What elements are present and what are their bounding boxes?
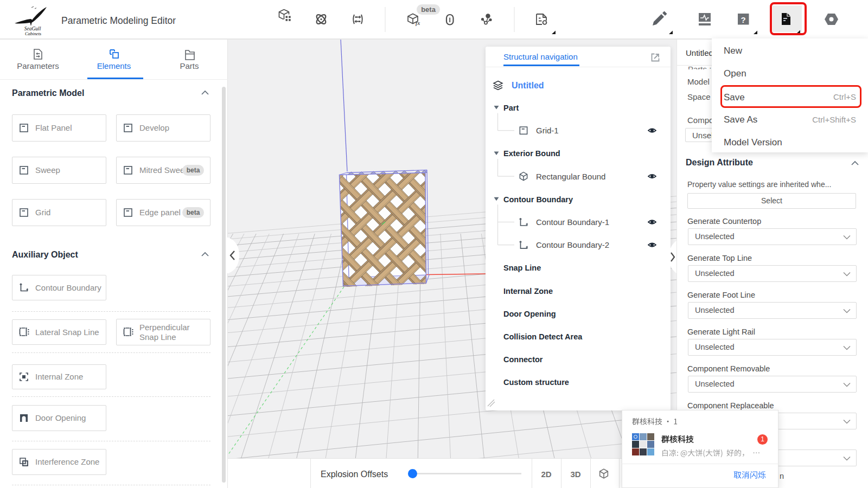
svg-text:Untitled: Untitled bbox=[512, 81, 544, 90]
svg-text:Rectangular Bound: Rectangular Bound bbox=[536, 172, 605, 181]
svg-text:Internal Zone: Internal Zone bbox=[503, 287, 553, 296]
svg-text:Collision Detect Area: Collision Detect Area bbox=[503, 332, 583, 341]
svg-text:?: ? bbox=[741, 15, 745, 24]
svg-text:Parameters: Parameters bbox=[17, 61, 59, 70]
svg-text:Connector: Connector bbox=[503, 355, 543, 364]
svg-text:Part: Part bbox=[503, 104, 519, 112]
svg-text:Contour Boundary: Contour Boundary bbox=[503, 195, 573, 204]
svg-text:Parts: Parts bbox=[180, 61, 199, 70]
svg-text:Custom structure: Custom structure bbox=[503, 378, 569, 387]
svg-text:Elements: Elements bbox=[97, 61, 131, 70]
svg-text:Contour Boundary-2: Contour Boundary-2 bbox=[536, 240, 609, 249]
svg-text:Door Opening: Door Opening bbox=[503, 310, 556, 318]
svg-text:Explosion Offsets: Explosion Offsets bbox=[321, 470, 388, 479]
svg-text:Snap Line: Snap Line bbox=[503, 264, 541, 272]
svg-text:Grid-1: Grid-1 bbox=[536, 126, 559, 135]
svg-text:Exterior Bound: Exterior Bound bbox=[503, 149, 560, 158]
svg-text:Contour Boundary-1: Contour Boundary-1 bbox=[536, 217, 609, 227]
svg-text:2D: 2D bbox=[541, 470, 551, 479]
svg-text:3D: 3D bbox=[570, 470, 580, 479]
svg-text:beta: beta bbox=[421, 5, 436, 14]
svg-text:fx: fx bbox=[416, 20, 420, 26]
